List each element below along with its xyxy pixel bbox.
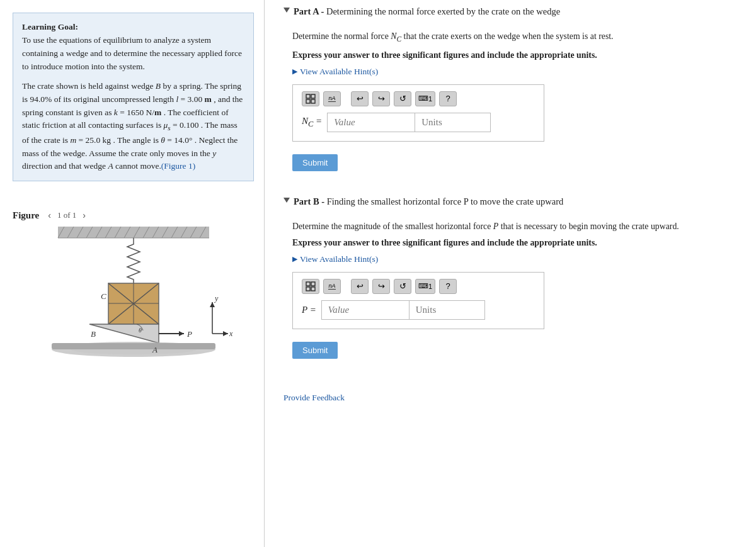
svg-rect-31 — [52, 343, 215, 349]
part-a-answer-box: nA ↩ ↪ ↺ ⌨1 ? NC = — [292, 84, 544, 142]
figure-label: Figure — [13, 210, 39, 221]
part-a-instruction: Express your answer to three significant… — [292, 50, 737, 60]
fraction-button[interactable]: nA — [323, 91, 341, 106]
part-b-section: Part B - Finding the smallest horizontal… — [284, 196, 737, 359]
part-a-hint-link[interactable]: ▶ View Available Hint(s) — [292, 67, 737, 77]
part-b-question: Determine the magnitude of the smallest … — [292, 220, 737, 233]
part-b-help-button[interactable]: ? — [439, 279, 457, 294]
svg-rect-46 — [306, 287, 310, 291]
right-panel: Part A - Determining the normal force ex… — [265, 0, 756, 547]
figure-prev-button[interactable]: ‹ — [45, 209, 54, 222]
part-b-hint-arrow-icon: ▶ — [292, 255, 297, 263]
part-a-input-row: NC = — [302, 113, 535, 132]
figure-header: Figure ‹ 1 of 1 › — [13, 209, 254, 222]
part-b-value-input[interactable] — [321, 300, 410, 320]
part-b-header: Part B - Finding the smallest horizontal… — [284, 196, 737, 211]
part-a-toolbar: nA ↩ ↪ ↺ ⌨1 ? — [302, 91, 535, 106]
svg-rect-44 — [306, 282, 310, 286]
part-a-body: Determine the normal force NC that the c… — [284, 30, 737, 171]
figure-section: Figure ‹ 1 of 1 › — [13, 209, 254, 365]
figure-image: C B P A θ — [13, 227, 254, 365]
undo-button[interactable]: ↩ — [351, 91, 369, 106]
svg-text:C: C — [101, 291, 106, 301]
part-b-undo-button[interactable]: ↩ — [351, 279, 369, 294]
part-b-title: Part B - Finding the smallest horizontal… — [294, 196, 563, 207]
figure-nav-text: 1 of 1 — [57, 210, 76, 220]
part-b-units-input[interactable] — [410, 300, 485, 320]
figure-nav[interactable]: ‹ 1 of 1 › — [45, 209, 88, 222]
learning-goal-text: To use the equations of equilibrium to a… — [22, 34, 244, 74]
part-b-submit-button[interactable]: Submit — [292, 342, 338, 359]
hint-arrow-icon: ▶ — [292, 67, 297, 76]
svg-text:P: P — [186, 329, 192, 339]
part-b-body: Determine the magnitude of the smallest … — [284, 220, 737, 359]
matrix-button[interactable] — [302, 91, 319, 106]
learning-goal-box: Learning Goal: To use the equations of e… — [13, 13, 254, 181]
left-panel: Learning Goal: To use the equations of e… — [0, 0, 265, 547]
svg-marker-35 — [210, 302, 215, 307]
part-a-eq-label: NC = — [302, 116, 322, 129]
part-b-eq-label: P = — [302, 305, 316, 315]
part-b-fraction-button[interactable]: nA — [323, 279, 341, 294]
svg-rect-40 — [306, 94, 310, 98]
part-b-input-row: P = — [302, 300, 535, 320]
part-a-toggle[interactable] — [284, 8, 290, 16]
svg-rect-43 — [311, 99, 315, 103]
body-text: The crate shown is held against wedge B … — [22, 80, 244, 174]
part-b-redo-button[interactable]: ↪ — [372, 279, 390, 294]
svg-marker-38 — [223, 331, 228, 336]
part-a-title: Part A - Determining the normal force ex… — [294, 6, 560, 17]
provide-feedback-link[interactable]: Provide Feedback — [284, 393, 345, 403]
svg-rect-45 — [311, 282, 315, 286]
svg-text:x: x — [229, 329, 233, 338]
redo-button[interactable]: ↪ — [372, 91, 390, 106]
svg-rect-47 — [311, 287, 315, 291]
part-a-header: Part A - Determining the normal force ex… — [284, 6, 737, 21]
part-b-toolbar: nA ↩ ↪ ↺ ⌨1 ? — [302, 279, 535, 294]
figure-next-button[interactable]: › — [80, 209, 88, 222]
help-button[interactable]: ? — [439, 91, 457, 106]
part-b-toggle[interactable] — [284, 198, 290, 206]
part-a-submit-button[interactable]: Submit — [292, 154, 338, 171]
part-a-value-input[interactable] — [327, 113, 415, 132]
learning-goal-title: Learning Goal: — [22, 21, 244, 34]
svg-marker-27 — [179, 331, 184, 336]
part-a-question: Determine the normal force NC that the c… — [292, 30, 737, 45]
part-b-reset-button[interactable]: ↺ — [394, 279, 411, 294]
svg-rect-41 — [311, 94, 315, 98]
svg-text:B: B — [91, 329, 96, 339]
part-b-answer-box: nA ↩ ↪ ↺ ⌨1 ? P = — [292, 272, 544, 329]
svg-text:A: A — [152, 345, 158, 354]
part-a-section: Part A - Determining the normal force ex… — [284, 6, 737, 171]
keyboard-button[interactable]: ⌨1 — [415, 91, 435, 106]
svg-text:θ: θ — [139, 327, 142, 334]
part-a-units-input[interactable] — [415, 113, 491, 132]
part-b-hint-link[interactable]: ▶ View Available Hint(s) — [292, 254, 737, 264]
svg-text:y: y — [214, 294, 219, 303]
part-b-keyboard-button[interactable]: ⌨1 — [415, 279, 435, 294]
part-b-instruction: Express your answer to three significant… — [292, 238, 737, 248]
part-b-matrix-button[interactable] — [302, 279, 319, 294]
svg-rect-42 — [306, 99, 310, 103]
reset-button[interactable]: ↺ — [394, 91, 411, 106]
svg-marker-24 — [89, 324, 159, 343]
